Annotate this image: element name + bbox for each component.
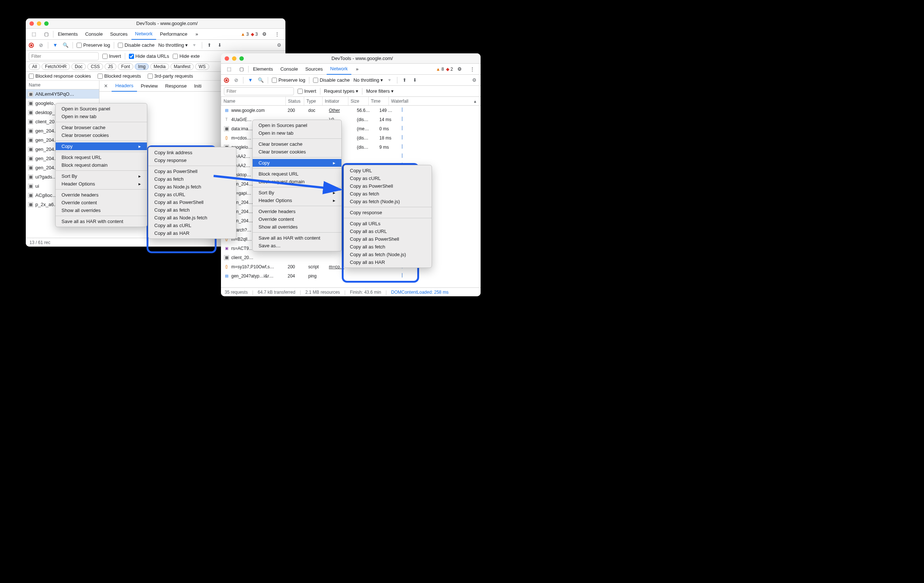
menu-copy-as-node-js-fetch[interactable]: Copy as Node.js fetch xyxy=(148,183,236,191)
menu-save-as[interactable]: Save as… xyxy=(252,242,342,250)
warning-badge[interactable]: ▲8 xyxy=(436,67,444,72)
col-status[interactable]: Status xyxy=(285,97,304,105)
detail-tab-headers[interactable]: Headers xyxy=(112,81,137,92)
device-icon[interactable]: ▢ xyxy=(236,64,248,75)
menu-block-request-url[interactable]: Block request URL xyxy=(252,170,342,178)
cell-initiator[interactable]: Other xyxy=(329,108,355,113)
menu-header-options[interactable]: Header Options▸ xyxy=(56,180,147,188)
clear-icon[interactable]: ⊘ xyxy=(233,77,239,84)
menu-copy-all-as-curl[interactable]: Copy all as cURL xyxy=(344,227,432,235)
menu-copy[interactable]: Copy▸ xyxy=(56,142,147,150)
kebab-icon[interactable]: ⋮ xyxy=(466,64,478,75)
menu-copy-as-powershell[interactable]: Copy as PowerShell xyxy=(344,182,432,190)
throttling-select[interactable]: No throttling ▾ xyxy=(353,77,383,83)
disable-cache-checkbox[interactable]: Disable cache xyxy=(118,42,155,48)
minimize-icon[interactable] xyxy=(232,56,236,61)
menu-open-in-new-tab[interactable]: Open in new tab xyxy=(252,129,342,137)
menu-copy-response[interactable]: Copy response xyxy=(148,156,236,164)
request-row[interactable]: ▤gen_204?atyp…i&r…204ping xyxy=(221,271,480,280)
upload-icon[interactable]: ⬆ xyxy=(401,77,408,84)
menu-copy-all-urls[interactable]: Copy all URLs xyxy=(344,220,432,227)
close-icon[interactable] xyxy=(30,21,34,26)
chip-js[interactable]: JS xyxy=(105,63,116,70)
search-icon[interactable]: 🔍 xyxy=(257,77,264,84)
menu-clear-browser-cache[interactable]: Clear browser cache xyxy=(252,140,342,148)
filter-icon[interactable]: ▼ xyxy=(52,42,59,49)
upload-icon[interactable]: ⬆ xyxy=(206,42,213,49)
col-waterfall[interactable]: Waterfall▴ xyxy=(389,97,480,105)
tab-console[interactable]: Console xyxy=(277,64,302,75)
settings-icon[interactable]: ⚙ xyxy=(471,77,478,84)
menu-copy-all-as-curl[interactable]: Copy all as cURL xyxy=(148,222,236,229)
menu-sort-by[interactable]: Sort By▸ xyxy=(252,189,342,196)
request-types-select[interactable]: Request types ▾ xyxy=(324,88,359,94)
menu-copy-link-address[interactable]: Copy link address xyxy=(148,149,236,156)
menu-open-in-sources-panel[interactable]: Open in Sources panel xyxy=(56,105,147,113)
checkbox-blocked-requests[interactable]: Blocked requests xyxy=(97,73,141,79)
clear-icon[interactable]: ⊘ xyxy=(38,42,44,49)
menu-header-options[interactable]: Header Options▸ xyxy=(252,196,342,204)
menu-clear-browser-cache[interactable]: Clear browser cache xyxy=(56,124,147,132)
chip-ws[interactable]: WS xyxy=(195,63,209,70)
menu-override-headers[interactable]: Override headers xyxy=(252,208,342,215)
zoom-icon[interactable] xyxy=(239,56,244,61)
tab-network[interactable]: Network xyxy=(327,64,352,75)
menu-copy-as-fetch-node-js-[interactable]: Copy as fetch (Node.js) xyxy=(344,198,432,205)
issue-badge[interactable]: ◆2 xyxy=(446,67,453,72)
preserve-log-checkbox[interactable]: Preserve log xyxy=(77,42,110,48)
settings-icon[interactable]: ⚙ xyxy=(454,64,465,75)
menu-save-har[interactable]: Save all as HAR with content xyxy=(252,234,342,242)
warning-badge[interactable]: ▲3 xyxy=(241,32,249,37)
filter-icon[interactable]: ▼ xyxy=(247,77,254,84)
menu-copy-all-as-powershell[interactable]: Copy all as PowerShell xyxy=(148,198,236,206)
menu-copy-as-curl[interactable]: Copy as cURL xyxy=(344,175,432,182)
chip-manifest[interactable]: Manifest xyxy=(170,63,194,70)
menu-copy-all-as-har[interactable]: Copy all as HAR xyxy=(344,259,432,266)
kebab-icon[interactable]: ⋮ xyxy=(271,29,283,40)
disable-cache-checkbox[interactable]: Disable cache xyxy=(313,77,350,83)
menu-show-all-overrides[interactable]: Show all overrides xyxy=(252,223,342,231)
settings-icon[interactable]: ⚙ xyxy=(276,42,282,49)
chip-doc[interactable]: Doc xyxy=(71,63,86,70)
tab-sources[interactable]: Sources xyxy=(106,29,132,40)
tab-elements[interactable]: Elements xyxy=(249,64,277,75)
tab-console[interactable]: Console xyxy=(81,29,106,40)
name-header[interactable]: Name xyxy=(26,82,99,87)
wifi-icon[interactable]: ᯤ xyxy=(387,77,393,84)
menu-clear-browser-cookies[interactable]: Clear browser cookies xyxy=(252,148,342,156)
search-icon[interactable]: 🔍 xyxy=(62,42,69,49)
inspect-icon[interactable]: ⬚ xyxy=(28,29,40,40)
chip-font[interactable]: Font xyxy=(118,63,133,70)
issue-badge[interactable]: ◆3 xyxy=(251,32,258,37)
close-details-icon[interactable]: ✕ xyxy=(101,83,111,89)
menu-show-all-overrides[interactable]: Show all overrides xyxy=(56,206,147,214)
detail-tab-preview[interactable]: Preview xyxy=(137,81,161,92)
tab-network[interactable]: Network xyxy=(132,29,157,40)
filter-input[interactable] xyxy=(29,52,99,60)
menu-copy-as-fetch[interactable]: Copy as fetch xyxy=(148,175,236,183)
checkbox-blocked-response-cookies[interactable]: Blocked response cookies xyxy=(29,73,91,79)
wifi-icon[interactable]: ᯤ xyxy=(191,42,198,49)
menu-copy-as-fetch[interactable]: Copy as fetch xyxy=(344,190,432,198)
invert-checkbox[interactable]: Invert xyxy=(102,53,121,59)
minimize-icon[interactable] xyxy=(37,21,41,26)
tab-sources[interactable]: Sources xyxy=(302,64,327,75)
menu-copy-all-as-fetch[interactable]: Copy all as fetch xyxy=(344,243,432,250)
request-row[interactable]: ▤www.google.com200docOther56.6…149 … xyxy=(221,105,480,115)
zoom-icon[interactable] xyxy=(44,21,49,26)
inspect-icon[interactable]: ⬚ xyxy=(223,64,235,75)
download-icon[interactable]: ⬇ xyxy=(216,42,223,49)
hide-data-urls-checkbox[interactable]: Hide data URLs xyxy=(129,53,169,59)
menu-copy-response[interactable]: Copy response xyxy=(344,209,432,216)
tab-elements[interactable]: Elements xyxy=(54,29,81,40)
more-tabs[interactable]: » xyxy=(192,29,202,40)
menu-copy-as-curl[interactable]: Copy as cURL xyxy=(148,191,236,198)
chip-fetchxhr[interactable]: Fetch/XHR xyxy=(41,63,70,70)
menu-block-request-url[interactable]: Block request URL xyxy=(56,153,147,161)
device-icon[interactable]: ▢ xyxy=(41,29,52,40)
menu-open-in-sources-panel[interactable]: Open in Sources panel xyxy=(252,122,342,129)
menu-copy-all-as-fetch-node-js-[interactable]: Copy all as fetch (Node.js) xyxy=(344,250,432,259)
col-type[interactable]: Type xyxy=(304,97,322,105)
menu-copy-as-powershell[interactable]: Copy as PowerShell xyxy=(148,168,236,175)
checkbox-3rd-party-requests[interactable]: 3rd-party requests xyxy=(148,73,193,79)
